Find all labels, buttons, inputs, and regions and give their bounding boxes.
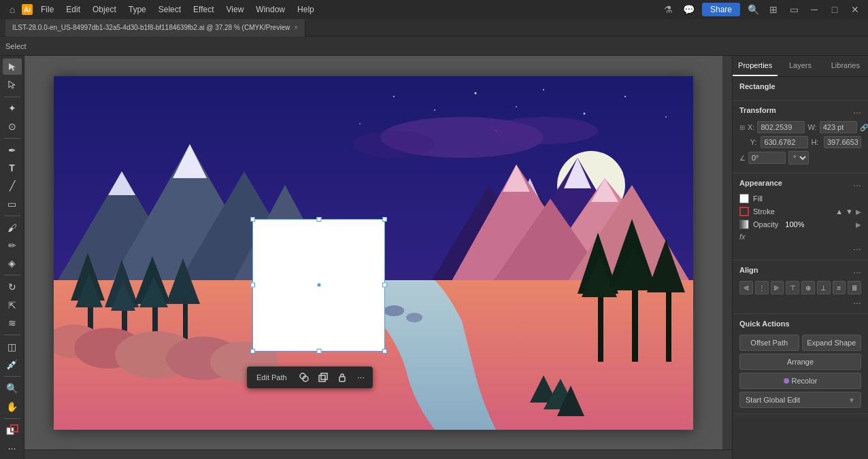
duplicate-icon[interactable] (314, 369, 332, 386)
align-more-2-icon[interactable]: ··· (853, 297, 861, 308)
stroke-chevron-icon[interactable]: ▶ (856, 208, 861, 216)
zoom-tool[interactable]: 🔍 (3, 380, 22, 396)
align-left-btn[interactable]: ⫷ (739, 281, 753, 294)
handle-top-left[interactable] (250, 217, 255, 222)
selection-box[interactable] (252, 219, 385, 352)
w-input[interactable] (820, 121, 857, 133)
lasso-tool[interactable]: ⊙ (3, 118, 22, 135)
tab-close-icon[interactable]: × (294, 24, 298, 31)
handle-mid-left[interactable] (250, 283, 255, 288)
panel-icon[interactable]: ▭ (786, 2, 801, 17)
pen-tool[interactable]: ✒ (3, 142, 22, 158)
lock-icon[interactable] (333, 369, 351, 386)
handle-top-right[interactable] (382, 217, 387, 222)
align-hcenter-btn[interactable]: ⋮ (755, 281, 769, 294)
close-icon[interactable]: ✕ (848, 2, 863, 17)
line-tool[interactable]: ╱ (3, 177, 22, 194)
share-button[interactable]: Share (702, 3, 740, 16)
more-options-icon[interactable]: ··· (352, 369, 370, 386)
scale-tool[interactable]: ⇱ (3, 296, 22, 313)
handle-bottom-mid[interactable] (316, 349, 321, 354)
align-bottom-btn[interactable]: ⊥ (817, 281, 831, 294)
warp-tool[interactable]: ≋ (3, 315, 22, 331)
shape-mode-icon[interactable] (295, 369, 313, 386)
arrange-button[interactable]: Arrange (739, 354, 861, 370)
maximize-icon[interactable]: □ (827, 2, 842, 17)
menu-select[interactable]: Select (153, 3, 186, 16)
align-vcenter-btn[interactable]: ⊕ (801, 281, 815, 294)
menu-help[interactable]: Help (292, 3, 320, 16)
angle-input[interactable] (748, 152, 786, 164)
fill-swatch[interactable] (739, 194, 749, 203)
h-input[interactable] (824, 136, 861, 148)
rectangle-tool[interactable]: ▭ (3, 195, 22, 211)
home-icon[interactable]: ⌂ (5, 3, 19, 16)
menu-view[interactable]: View (221, 3, 250, 16)
recolor-button[interactable]: Recolor (739, 373, 861, 389)
fx-more-icon[interactable]: ··· (853, 243, 861, 254)
transform-angle-row: ∠ ° (739, 151, 861, 165)
stroke-down-icon[interactable]: ▼ (846, 207, 853, 216)
tab-libraries[interactable]: Libraries (823, 56, 868, 76)
align-top-btn[interactable]: ⊤ (786, 281, 799, 294)
menu-type[interactable]: Type (123, 3, 152, 16)
menu-edit[interactable]: Edit (61, 3, 86, 16)
handle-top-mid[interactable] (316, 217, 321, 222)
fx-row: fx (739, 233, 861, 241)
shaper-tool[interactable]: ◈ (3, 255, 22, 271)
gradient-tool[interactable]: ◫ (3, 339, 22, 355)
y-input[interactable] (761, 136, 808, 148)
fill-stroke-tool[interactable] (3, 422, 22, 439)
appearance-more-icon[interactable]: ··· (853, 180, 861, 190)
expand-shape-button[interactable]: Expand Shape (802, 335, 862, 351)
align-more-icon[interactable]: ··· (853, 267, 861, 277)
align-right-btn[interactable]: ⫸ (771, 281, 784, 294)
stroke-up-icon[interactable]: ▲ (835, 207, 843, 216)
opacity-chevron-icon[interactable]: ▶ (856, 221, 861, 228)
canvas-area[interactable]: Edit Path (24, 56, 722, 449)
beaker-icon[interactable]: ⚗ (661, 2, 676, 17)
tab-properties[interactable]: Properties (733, 56, 778, 76)
menu-file[interactable]: File (35, 3, 59, 16)
edit-path-button[interactable]: Edit Path (250, 371, 294, 384)
svg-rect-69 (319, 375, 325, 381)
search-icon[interactable]: 🔍 (746, 2, 761, 17)
direct-select-tool[interactable] (3, 76, 22, 92)
offset-path-button[interactable]: Offset Path (739, 335, 799, 351)
eyedropper-tool[interactable]: 💉 (3, 356, 22, 373)
stroke-swatch[interactable] (739, 207, 749, 216)
comment-icon[interactable]: 💬 (682, 2, 697, 17)
handle-bottom-left[interactable] (250, 349, 255, 354)
handle-mid-right[interactable] (382, 283, 387, 288)
minimize-icon[interactable]: ─ (807, 2, 822, 17)
rectangle-section: Rectangle (733, 77, 868, 101)
magic-wand-tool[interactable]: ✦ (3, 100, 22, 116)
x-input[interactable] (757, 121, 805, 133)
constrain-icon[interactable]: 🔗 (860, 122, 868, 133)
type-tool[interactable]: T (3, 160, 22, 176)
tab-layers[interactable]: Layers (778, 56, 822, 76)
horizontal-scrollbar[interactable] (24, 449, 732, 459)
grid-icon[interactable]: ⊞ (766, 2, 781, 17)
y-label: Y: (750, 138, 758, 146)
paintbrush-tool[interactable]: 🖌 (3, 220, 22, 236)
distribute-btn[interactable]: ≡ (833, 281, 846, 294)
menu-effect[interactable]: Effect (188, 3, 219, 16)
menu-object[interactable]: Object (87, 3, 122, 16)
pencil-tool[interactable]: ✏ (3, 237, 22, 254)
hand-tool[interactable]: ✋ (3, 398, 22, 414)
qa-header: Quick Actions (739, 320, 861, 332)
more-tools[interactable]: ··· (3, 440, 22, 456)
angle-select[interactable]: ° (788, 151, 809, 165)
menu-window[interactable]: Window (250, 3, 290, 16)
selection-tool[interactable] (3, 58, 22, 75)
tool-separator-7 (4, 418, 20, 419)
handle-bottom-right[interactable] (382, 349, 387, 354)
transform-more-icon[interactable]: ··· (853, 107, 861, 118)
document-tab[interactable]: ILST-28.0.0-en_US-84997db1-32a5-4d30-b1f… (5, 19, 305, 37)
start-global-edit-button[interactable]: Start Global Edit ▼ (739, 392, 861, 408)
tool-separator-1 (4, 97, 20, 97)
distribute-v-btn[interactable]: ≣ (848, 281, 861, 294)
vertical-scrollbar[interactable] (722, 56, 732, 449)
rotate-tool[interactable]: ↻ (3, 279, 22, 295)
